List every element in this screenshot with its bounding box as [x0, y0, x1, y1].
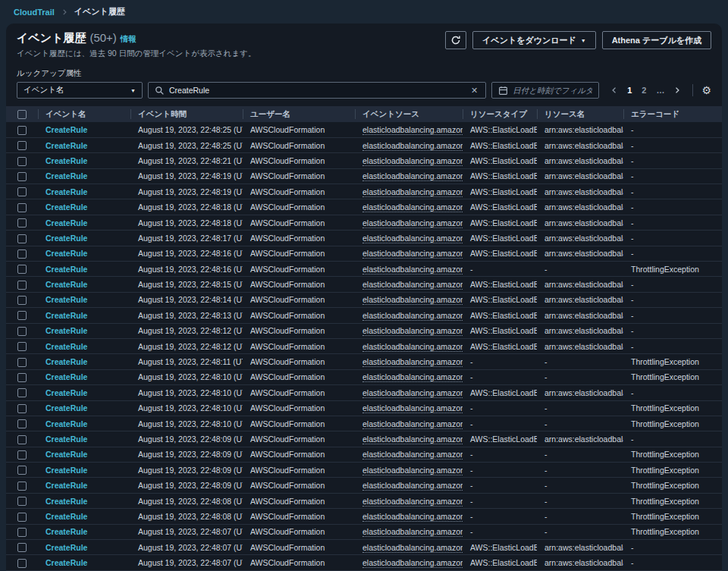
event-name-link[interactable]: CreateRule: [46, 202, 87, 212]
event-name-link[interactable]: CreateRule: [46, 543, 87, 552]
refresh-button[interactable]: [445, 31, 466, 49]
event-source-link[interactable]: elasticloadbalancing.amazonaws.com: [362, 450, 463, 460]
event-name-link[interactable]: CreateRule: [46, 512, 87, 521]
row-checkbox[interactable]: [17, 466, 27, 475]
row-checkbox[interactable]: [17, 172, 27, 181]
event-name-link[interactable]: CreateRule: [46, 497, 87, 506]
select-all-checkbox[interactable]: [17, 110, 27, 119]
row-checkbox[interactable]: [17, 435, 27, 444]
download-events-button[interactable]: イベントをダウンロード ▼: [472, 31, 596, 49]
column-header-event-source[interactable]: イベントソース: [355, 106, 463, 122]
search-input[interactable]: [169, 86, 465, 95]
table-settings-gear-icon[interactable]: ⚙: [701, 85, 711, 96]
event-name-link[interactable]: CreateRule: [46, 280, 87, 289]
row-checkbox[interactable]: [17, 187, 27, 196]
event-name-link[interactable]: CreateRule: [46, 311, 87, 320]
event-source-link[interactable]: elasticloadbalancing.amazonaws.com: [362, 543, 463, 553]
event-source-link[interactable]: elasticloadbalancing.amazonaws.com: [362, 125, 463, 135]
event-name-link[interactable]: CreateRule: [46, 466, 87, 475]
event-name-link[interactable]: CreateRule: [46, 403, 87, 413]
row-checkbox[interactable]: [17, 388, 27, 397]
event-source-link[interactable]: elasticloadbalancing.amazonaws.com: [362, 141, 463, 151]
event-name-link[interactable]: CreateRule: [46, 265, 87, 274]
event-source-link[interactable]: elasticloadbalancing.amazonaws.com: [362, 280, 463, 290]
row-checkbox[interactable]: [17, 141, 27, 150]
event-source-link[interactable]: elasticloadbalancing.amazonaws.com: [362, 435, 463, 444]
row-checkbox[interactable]: [17, 126, 27, 135]
column-header-resource-type[interactable]: リソースタイプ: [463, 106, 537, 122]
event-source-link[interactable]: elasticloadbalancing.amazonaws.com: [362, 311, 463, 321]
row-checkbox[interactable]: [17, 513, 27, 522]
event-name-link[interactable]: CreateRule: [46, 357, 87, 366]
row-checkbox[interactable]: [17, 543, 27, 552]
event-source-link[interactable]: elasticloadbalancing.amazonaws.com: [362, 419, 463, 429]
event-source-link[interactable]: elasticloadbalancing.amazonaws.com: [362, 512, 463, 522]
event-source-link[interactable]: elasticloadbalancing.amazonaws.com: [362, 388, 463, 398]
event-source-link[interactable]: elasticloadbalancing.amazonaws.com: [362, 342, 463, 352]
event-source-link[interactable]: elasticloadbalancing.amazonaws.com: [362, 202, 463, 212]
row-checkbox[interactable]: [17, 482, 27, 491]
row-checkbox[interactable]: [17, 311, 27, 320]
event-source-link[interactable]: elasticloadbalancing.amazonaws.com: [362, 372, 463, 382]
event-source-link[interactable]: elasticloadbalancing.amazonaws.com: [362, 558, 463, 568]
column-header-event-name[interactable]: イベント名: [38, 106, 130, 122]
row-checkbox[interactable]: [17, 234, 27, 243]
event-name-link[interactable]: CreateRule: [46, 342, 87, 351]
column-header-event-time[interactable]: イベント時間: [130, 106, 243, 122]
event-source-link[interactable]: elasticloadbalancing.amazonaws.com: [362, 403, 463, 413]
column-header-error-code[interactable]: エラーコード: [623, 106, 722, 122]
info-link[interactable]: 情報: [121, 34, 136, 45]
event-source-link[interactable]: elasticloadbalancing.amazonaws.com: [362, 497, 463, 507]
event-source-link[interactable]: elasticloadbalancing.amazonaws.com: [362, 234, 463, 243]
column-header-user-name[interactable]: ユーザー名: [243, 106, 355, 122]
row-checkbox[interactable]: [17, 450, 27, 460]
row-checkbox[interactable]: [17, 157, 27, 166]
row-checkbox[interactable]: [17, 249, 27, 259]
event-source-link[interactable]: elasticloadbalancing.amazonaws.com: [362, 295, 463, 305]
row-checkbox[interactable]: [17, 497, 27, 506]
row-checkbox[interactable]: [17, 265, 27, 274]
event-source-link[interactable]: elasticloadbalancing.amazonaws.com: [362, 481, 463, 491]
event-source-link[interactable]: elasticloadbalancing.amazonaws.com: [362, 357, 463, 367]
row-checkbox[interactable]: [17, 342, 27, 351]
date-filter-input[interactable]: [513, 86, 592, 95]
event-name-link[interactable]: CreateRule: [46, 156, 87, 165]
event-name-link[interactable]: CreateRule: [46, 218, 87, 227]
event-name-link[interactable]: CreateRule: [46, 419, 87, 428]
previous-page-button[interactable]: [607, 84, 621, 96]
row-checkbox[interactable]: [17, 327, 27, 336]
row-checkbox[interactable]: [17, 404, 27, 413]
event-source-link[interactable]: elasticloadbalancing.amazonaws.com: [362, 466, 463, 475]
column-header-resource-name[interactable]: リソース名: [537, 106, 623, 122]
event-name-link[interactable]: CreateRule: [46, 234, 87, 243]
row-checkbox[interactable]: [17, 559, 27, 568]
event-source-link[interactable]: elasticloadbalancing.amazonaws.com: [362, 156, 463, 166]
next-page-button[interactable]: [670, 84, 684, 96]
event-name-link[interactable]: CreateRule: [46, 372, 87, 381]
event-name-link[interactable]: CreateRule: [46, 558, 87, 567]
event-source-link[interactable]: elasticloadbalancing.amazonaws.com: [362, 187, 463, 197]
page-button-2[interactable]: 2: [638, 84, 650, 96]
row-checkbox[interactable]: [17, 203, 27, 212]
clear-search-icon[interactable]: ✕: [469, 86, 479, 96]
event-source-link[interactable]: elasticloadbalancing.amazonaws.com: [362, 218, 463, 228]
row-checkbox[interactable]: [17, 358, 27, 367]
event-name-link[interactable]: CreateRule: [46, 187, 87, 196]
event-source-link[interactable]: elasticloadbalancing.amazonaws.com: [362, 171, 463, 181]
page-button-1[interactable]: 1: [623, 84, 635, 96]
event-name-link[interactable]: CreateRule: [46, 435, 87, 444]
event-name-link[interactable]: CreateRule: [46, 388, 87, 397]
row-checkbox[interactable]: [17, 528, 27, 537]
event-source-link[interactable]: elasticloadbalancing.amazonaws.com: [362, 326, 463, 336]
event-name-link[interactable]: CreateRule: [46, 527, 87, 536]
row-checkbox[interactable]: [17, 218, 27, 227]
event-name-link[interactable]: CreateRule: [46, 295, 87, 304]
event-name-link[interactable]: CreateRule: [46, 171, 87, 180]
row-checkbox[interactable]: [17, 281, 27, 290]
row-checkbox[interactable]: [17, 419, 27, 428]
event-source-link[interactable]: elasticloadbalancing.amazonaws.com: [362, 249, 463, 259]
event-name-link[interactable]: CreateRule: [46, 125, 87, 134]
event-name-link[interactable]: CreateRule: [46, 249, 87, 258]
event-name-link[interactable]: CreateRule: [46, 450, 87, 459]
event-name-link[interactable]: CreateRule: [46, 481, 87, 490]
